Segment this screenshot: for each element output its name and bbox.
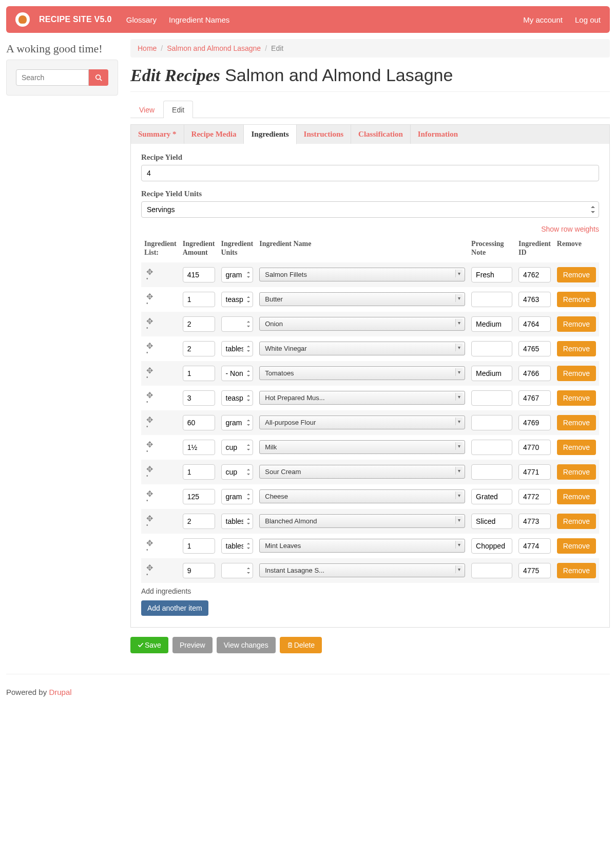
tab-edit[interactable]: Edit xyxy=(163,101,193,118)
remove-button[interactable]: Remove xyxy=(557,440,596,455)
ingredient-amount-input[interactable] xyxy=(183,563,215,578)
drag-handle-icon[interactable]: ✥• xyxy=(144,565,177,576)
remove-button[interactable]: Remove xyxy=(557,514,596,529)
processing-note-input[interactable] xyxy=(471,464,512,480)
drag-handle-icon[interactable]: ✥• xyxy=(144,343,177,354)
ingredient-amount-input[interactable] xyxy=(183,489,215,504)
ingredient-amount-input[interactable] xyxy=(183,292,215,307)
recipe-yield-input[interactable] xyxy=(141,165,599,181)
ingredient-id-input[interactable] xyxy=(518,415,551,430)
remove-button[interactable]: Remove xyxy=(557,563,596,578)
ingredient-id-input[interactable] xyxy=(518,341,551,356)
save-button[interactable]: Save xyxy=(130,637,168,653)
ingredient-id-input[interactable] xyxy=(518,514,551,529)
ingredient-amount-input[interactable] xyxy=(183,464,215,480)
remove-button[interactable]: Remove xyxy=(557,464,596,480)
remove-button[interactable]: Remove xyxy=(557,267,596,282)
site-brand[interactable]: RECIPE SITE V5.0 xyxy=(39,15,112,24)
remove-button[interactable]: Remove xyxy=(557,415,596,430)
drag-handle-icon[interactable]: ✥• xyxy=(144,491,177,502)
tab-view[interactable]: View xyxy=(130,101,163,118)
site-logo[interactable] xyxy=(15,12,30,27)
drag-handle-icon[interactable]: ✥• xyxy=(144,516,177,527)
ingredient-units-select[interactable] xyxy=(221,489,254,504)
remove-button[interactable]: Remove xyxy=(557,489,596,504)
view-changes-button[interactable]: View changes xyxy=(217,637,276,653)
breadcrumb-parent[interactable]: Salmon and Almond Lasagne xyxy=(167,44,261,52)
ingredient-id-input[interactable] xyxy=(518,267,551,282)
ingredient-id-input[interactable] xyxy=(518,390,551,406)
ingredient-units-select[interactable] xyxy=(221,563,254,578)
processing-note-input[interactable] xyxy=(471,292,512,307)
drag-handle-icon[interactable]: ✥• xyxy=(144,294,177,305)
nav-link-ingredient-names[interactable]: Ingredient Names xyxy=(169,15,229,24)
ingredient-id-input[interactable] xyxy=(518,292,551,307)
remove-button[interactable]: Remove xyxy=(557,538,596,554)
ingredient-id-input[interactable] xyxy=(518,538,551,554)
search-input[interactable] xyxy=(16,69,89,86)
tab-information[interactable]: Information xyxy=(411,125,465,144)
footer-drupal-link[interactable]: Drupal xyxy=(49,688,71,696)
ingredient-units-select[interactable] xyxy=(221,390,254,406)
ingredient-name-select[interactable]: Milk xyxy=(259,440,465,454)
nav-link-glossary[interactable]: Glossary xyxy=(126,15,157,24)
ingredient-units-select[interactable] xyxy=(221,440,254,455)
preview-button[interactable]: Preview xyxy=(172,637,213,653)
processing-note-input[interactable] xyxy=(471,415,512,430)
ingredient-id-input[interactable] xyxy=(518,464,551,480)
tab-ingredients[interactable]: Ingredients xyxy=(244,125,296,144)
ingredient-id-input[interactable] xyxy=(518,489,551,504)
ingredient-amount-input[interactable] xyxy=(183,267,215,282)
ingredient-name-select[interactable]: Mint Leaves xyxy=(259,539,465,553)
processing-note-input[interactable] xyxy=(471,514,512,529)
processing-note-input[interactable] xyxy=(471,366,512,381)
remove-button[interactable]: Remove xyxy=(557,292,596,307)
ingredient-units-select[interactable] xyxy=(221,341,254,356)
remove-button[interactable]: Remove xyxy=(557,316,596,332)
ingredient-id-input[interactable] xyxy=(518,316,551,332)
processing-note-input[interactable] xyxy=(471,316,512,332)
ingredient-id-input[interactable] xyxy=(518,366,551,381)
show-row-weights-link[interactable]: Show row weights xyxy=(541,225,599,233)
drag-handle-icon[interactable]: ✥• xyxy=(144,269,177,280)
ingredient-amount-input[interactable] xyxy=(183,390,215,406)
nav-link-my-account[interactable]: My account xyxy=(523,15,563,24)
ingredient-id-input[interactable] xyxy=(518,563,551,578)
remove-button[interactable]: Remove xyxy=(557,341,596,356)
ingredient-units-select[interactable] xyxy=(221,514,254,529)
remove-button[interactable]: Remove xyxy=(557,366,596,381)
processing-note-input[interactable] xyxy=(471,563,512,578)
ingredient-name-select[interactable]: Cheese xyxy=(259,489,465,503)
drag-handle-icon[interactable]: ✥• xyxy=(144,442,177,453)
breadcrumb-home[interactable]: Home xyxy=(138,44,157,52)
ingredient-amount-input[interactable] xyxy=(183,440,215,455)
processing-note-input[interactable] xyxy=(471,341,512,356)
drag-handle-icon[interactable]: ✥• xyxy=(144,540,177,552)
remove-button[interactable]: Remove xyxy=(557,390,596,406)
processing-note-input[interactable] xyxy=(471,538,512,554)
ingredient-amount-input[interactable] xyxy=(183,341,215,356)
processing-note-input[interactable] xyxy=(471,440,512,455)
ingredient-amount-input[interactable] xyxy=(183,415,215,430)
processing-note-input[interactable] xyxy=(471,267,512,282)
drag-handle-icon[interactable]: ✥• xyxy=(144,368,177,379)
ingredient-name-select[interactable]: Butter xyxy=(259,292,465,306)
ingredient-units-select[interactable] xyxy=(221,316,254,332)
tab-instructions[interactable]: Instructions xyxy=(297,125,352,144)
processing-note-input[interactable] xyxy=(471,390,512,406)
drag-handle-icon[interactable]: ✥• xyxy=(144,417,177,428)
ingredient-id-input[interactable] xyxy=(518,440,551,455)
add-another-item-button[interactable]: Add another item xyxy=(141,600,208,616)
ingredient-amount-input[interactable] xyxy=(183,538,215,554)
ingredient-name-select[interactable]: All-purpose Flour xyxy=(259,415,465,429)
ingredient-amount-input[interactable] xyxy=(183,366,215,381)
ingredient-name-select[interactable]: Blanched Almond xyxy=(259,514,465,528)
tab-recipe-media[interactable]: Recipe Media xyxy=(184,125,244,144)
delete-button[interactable]: Delete xyxy=(280,637,322,653)
ingredient-units-select[interactable] xyxy=(221,464,254,480)
drag-handle-icon[interactable]: ✥• xyxy=(144,392,177,404)
recipe-yield-units-select[interactable] xyxy=(141,201,599,218)
ingredient-name-select[interactable]: Sour Cream xyxy=(259,465,465,479)
tab-classification[interactable]: Classification xyxy=(351,125,411,144)
tab-summary[interactable]: Summary * xyxy=(131,125,184,144)
